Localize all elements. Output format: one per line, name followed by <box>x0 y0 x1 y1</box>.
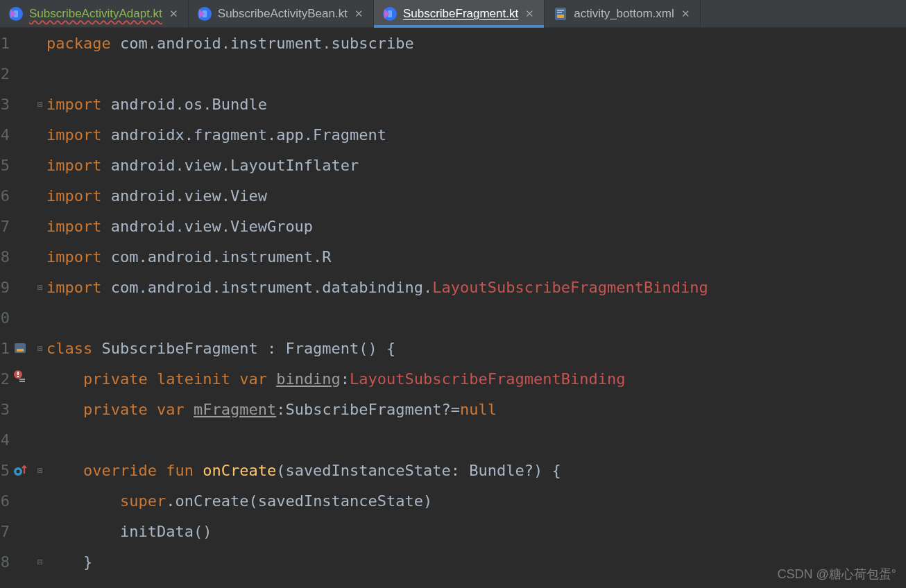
svg-rect-8 <box>557 10 564 11</box>
line-number: 2 <box>0 370 10 388</box>
line-number: 8 <box>0 553 10 571</box>
tab-label: SubscribeActivityBean.kt <box>218 7 348 21</box>
svg-rect-13 <box>17 372 19 375</box>
line-number: 4 <box>0 431 10 449</box>
line-number: 2 <box>0 65 10 83</box>
svg-rect-7 <box>557 15 564 18</box>
code-line: import com.android.instrument.databindin… <box>46 279 708 296</box>
fold-end-icon[interactable]: ⊟ <box>37 282 43 293</box>
code-line: class SubscribeFragment : Fragment() { <box>46 340 395 357</box>
close-icon[interactable]: ✕ <box>169 8 178 20</box>
editor-tabs: SubscribeActivityAdapt.kt ✕ SubscribeAct… <box>0 0 906 28</box>
nav-to-class-icon[interactable] <box>10 340 31 356</box>
kotlin-class-icon <box>382 6 398 21</box>
override-up-icon[interactable] <box>10 462 31 478</box>
code-line: import android.os.Bundle <box>46 96 267 113</box>
tab-activity-bottom-xml[interactable]: activity_bottom.xml ✕ <box>545 0 701 27</box>
line-number: 9 <box>0 279 10 296</box>
line-number: 7 <box>0 218 10 235</box>
code-line: private var mFragment:SubscribeFragment?… <box>46 401 497 418</box>
line-number: 7 <box>0 523 10 540</box>
svg-rect-11 <box>17 349 24 352</box>
xml-file-icon <box>553 6 568 21</box>
code-line: package com.android.instrument.subscribe <box>46 35 414 52</box>
line-number: 1 <box>0 35 10 52</box>
close-icon[interactable]: ✕ <box>681 8 690 20</box>
svg-rect-16 <box>19 381 25 382</box>
code-line: override fun onCreate(savedInstanceState… <box>46 462 561 479</box>
tab-subscribe-activity-adapt[interactable]: SubscribeActivityAdapt.kt ✕ <box>0 0 189 27</box>
svg-rect-9 <box>557 12 562 13</box>
line-number: 4 <box>0 126 10 144</box>
svg-rect-14 <box>17 376 19 377</box>
line-number: 5 <box>0 462 10 479</box>
fold-collapse-icon[interactable]: ⊟ <box>37 343 43 354</box>
code-line: initData() <box>46 523 212 540</box>
code-line: import androidx.fragment.app.Fragment <box>46 126 386 144</box>
fold-collapse-icon[interactable]: ⊟ <box>37 465 43 476</box>
code-line: import android.view.LayoutInflater <box>46 157 359 174</box>
line-number: 3 <box>0 401 10 418</box>
close-icon[interactable]: ✕ <box>354 8 364 20</box>
error-breakpoint-icon[interactable] <box>12 370 28 388</box>
code-line: import android.view.View <box>46 187 267 205</box>
line-number: 6 <box>0 492 10 510</box>
kotlin-class-icon <box>197 6 212 21</box>
csdn-watermark: CSDN @糖心荷包蛋° <box>778 566 896 582</box>
svg-point-18 <box>17 470 20 474</box>
code-line: import android.view.ViewGroup <box>46 218 313 235</box>
fold-collapse-icon[interactable]: ⊟ <box>37 99 43 110</box>
line-number: 5 <box>0 157 10 174</box>
tab-label: SubscribeFragment.kt <box>403 7 518 21</box>
tab-label: activity_bottom.xml <box>574 7 674 21</box>
line-number: 1 <box>0 340 10 357</box>
kotlin-class-icon <box>8 6 24 21</box>
code-line: private lateinit var binding:LayoutSubsc… <box>46 370 625 388</box>
code-line: } <box>46 553 92 571</box>
line-number: 8 <box>0 248 10 266</box>
line-number: 0 <box>0 309 10 327</box>
tab-label: SubscribeActivityAdapt.kt <box>29 7 162 21</box>
line-number: 3 <box>0 96 10 113</box>
code-line: import com.android.instrument.R <box>46 248 332 266</box>
code-editor[interactable]: 1 package com.android.instrument.subscri… <box>0 28 906 588</box>
tab-subscribe-fragment[interactable]: SubscribeFragment.kt ✕ <box>374 0 545 27</box>
tab-subscribe-activity-bean[interactable]: SubscribeActivityBean.kt ✕ <box>189 0 374 27</box>
code-line: super.onCreate(savedInstanceState) <box>46 492 432 510</box>
svg-rect-15 <box>19 379 25 380</box>
fold-end-icon[interactable]: ⊟ <box>37 557 43 567</box>
svg-rect-6 <box>555 8 566 20</box>
line-number: 6 <box>0 187 10 205</box>
close-icon[interactable]: ✕ <box>525 8 534 20</box>
